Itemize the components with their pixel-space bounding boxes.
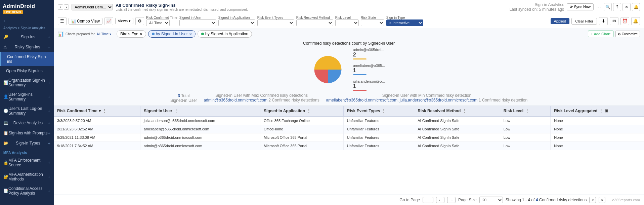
chart-toolbar-left: 📊 Charts prepared for All Time ▾	[58, 31, 111, 37]
col-menu-icon[interactable]: ⋮	[102, 108, 107, 114]
stat-max-sub: Confirmed risky detections	[272, 98, 319, 102]
chart-visualization: admin@o365droi... 2 ameliaben@o365... 1 …	[313, 48, 385, 91]
risk-state-select[interactable]	[361, 19, 384, 26]
back-button[interactable]: ‹	[0, 16, 54, 25]
search-button[interactable]: 🔍	[604, 3, 612, 11]
col-menu-icon[interactable]: ⋮	[381, 108, 386, 114]
col-risk-level[interactable]: Risk Level ⋮	[500, 106, 551, 116]
tab-by-signed-in-user[interactable]: by Signed-in User ✕	[148, 30, 196, 38]
sidebar-item-risky-sign-ins[interactable]: ⚠ Risky Sign-ins −	[0, 42, 54, 52]
sidebar-item-device-analytics[interactable]: 💻 Device Analytics +	[0, 118, 54, 128]
sidebar-item-conditional-access[interactable]: 📑 Conditional Access Policy Analysis +	[0, 184, 54, 198]
cell-1-3: Unfamiliar Features	[343, 125, 414, 133]
stat-max-user[interactable]: admin@o365droid.onmicrosoft.com	[204, 98, 267, 102]
col-menu-icon[interactable]: ⋮	[174, 108, 178, 114]
sidebar-item-confirmed-risky[interactable]: Confirmed Risky Sign-ins	[0, 52, 54, 66]
cell-3-0: 9/18/2021 7:34:52 AM	[54, 142, 140, 150]
notification-icon-button[interactable]: 🔔	[631, 17, 640, 25]
more-options-icon[interactable]: ⋯	[596, 4, 601, 10]
legend-value-3: 1	[353, 83, 385, 89]
sidebar-item-mfa-auth-methods[interactable]: 🔐 MFA Authentication Methods +	[0, 170, 54, 184]
chart-area: 📊 Charts prepared for All Time ▾ Bird's …	[54, 28, 644, 106]
sidebar-item-signin-types[interactable]: 📂 Sign-in Types +	[0, 138, 54, 148]
cell-1-2: OfficeHome	[260, 125, 344, 133]
stat-min-user[interactable]: ameliaben@o365droid.onmicrosoft.com, jul…	[326, 98, 478, 102]
first-page-button[interactable]: «	[589, 197, 596, 203]
sidebar-item-sign-ins[interactable]: 🔑 Sign-ins +	[0, 32, 54, 42]
nav-next-button[interactable]: ›	[64, 4, 69, 10]
combo-view-button[interactable]: 📊 Combo View	[69, 18, 102, 25]
customize-button[interactable]: ⚙ Customize	[615, 31, 640, 37]
signed-in-user-select[interactable]	[179, 19, 216, 26]
clear-filter-button[interactable]: Clear Filter	[571, 18, 597, 25]
sync-button[interactable]: ⟳ Sync Now	[567, 3, 594, 10]
sidebar-item-open-risky[interactable]: Open Risky Sign-ins	[0, 66, 54, 76]
help-button[interactable]: ?	[613, 3, 621, 11]
add-chart-button[interactable]: + Add Chart	[588, 31, 613, 37]
page-size-select[interactable]: 20	[479, 197, 503, 203]
cell-0-6: None	[551, 116, 644, 125]
chart-icon-button[interactable]: 📈	[104, 17, 113, 25]
filter-icon-button[interactable]: ⚙	[135, 17, 144, 25]
org-signin-icon: 📊	[3, 80, 8, 85]
table-icon-button[interactable]: ☰	[58, 17, 67, 25]
topbar-nav: ‹ ›	[58, 4, 69, 10]
mfa-enforcement-icon: 🔒	[3, 160, 8, 165]
sidebar-item-user-signins[interactable]: 👤 User Sign-ins Summary +	[0, 90, 54, 104]
chart-legend: admin@o365droi... 2 ameliaben@o365... 1 …	[353, 48, 385, 91]
conditional-access-icon: 📑	[3, 189, 8, 193]
next-page-button[interactable]: →	[447, 197, 456, 203]
sidebar-item-label: Risky Sign-ins	[14, 45, 40, 49]
demo-selector[interactable]: AdminDroid Dem...	[72, 4, 113, 10]
col-risk-confirmed-time[interactable]: Risk Confirmed Time ▾ ⋮	[54, 106, 140, 116]
sidebar-item-last-logon[interactable]: 🕐 User's Last Log-on Summary +	[0, 104, 54, 118]
applied-button[interactable]: Applied	[551, 18, 570, 24]
cell-2-6: None	[551, 133, 644, 142]
col-signed-in-application[interactable]: Signed-in Application ⋮	[260, 106, 344, 116]
close-user-tab-icon[interactable]: ✕	[189, 32, 192, 36]
last-page-button[interactable]: »	[599, 197, 605, 203]
views-button[interactable]: Views ▾	[115, 18, 133, 24]
risk-confirmed-time-select[interactable]: All Time	[146, 19, 170, 26]
col-risk-event-types[interactable]: Risk Event Types ⋮	[343, 106, 414, 116]
pie-segment-3	[314, 70, 328, 83]
cell-2-5: Low	[500, 133, 551, 142]
email-icon-button[interactable]: ✉	[610, 17, 618, 25]
close-button[interactable]: ✕	[622, 3, 631, 11]
legend-item-1: admin@o365droi... 2	[353, 48, 385, 59]
sign-in-type-select[interactable]: × Interactive	[386, 19, 423, 26]
risk-event-types-select[interactable]	[257, 19, 294, 26]
expand-icon: +	[48, 130, 50, 136]
expand-icon: +	[48, 94, 50, 99]
all-time-select[interactable]: All Time ▾	[97, 32, 111, 36]
download-icon-button[interactable]: ⬇	[599, 17, 608, 25]
grid-icon[interactable]: ⊞	[605, 109, 608, 113]
schedule-icon-button[interactable]: ⏰	[620, 17, 629, 25]
expand-icon: +	[48, 160, 50, 165]
risk-level-select[interactable]	[335, 19, 359, 26]
col-menu-icon[interactable]: ⋮	[599, 108, 603, 114]
risk-resolved-method-select[interactable]	[296, 19, 333, 26]
page-number-input[interactable]: 1	[423, 197, 433, 203]
tab-by-application[interactable]: by Signed-in Application	[198, 30, 252, 38]
sidebar-item-mfa-enforcement[interactable]: 🔒 MFA Enforcement Source +	[0, 156, 54, 170]
close-tab-icon[interactable]: ✕	[140, 32, 142, 36]
bell-button[interactable]: 🔔	[632, 3, 640, 11]
col-risk-resolved-method[interactable]: Risk Resolved Method ⋮	[414, 106, 500, 116]
col-menu-icon[interactable]: ⋮	[525, 108, 529, 114]
col-menu-icon[interactable]: ⋮	[462, 108, 467, 114]
cell-3-6: None	[551, 142, 644, 150]
signed-in-application-select[interactable]	[218, 19, 255, 26]
col-menu-icon[interactable]: ⋮	[306, 108, 311, 114]
topbar: ‹ › AdminDroid Dem... All Confirmed Risk…	[54, 0, 644, 14]
col-risk-level-aggregated[interactable]: Risk Level Aggregated ⋮ ⊞	[551, 106, 644, 116]
sidebar-item-org-signin[interactable]: 📊 Organization Sign-in Summary +	[0, 76, 54, 90]
breadcrumb: Analytics > Sign-in Analytics	[0, 25, 54, 32]
nav-prev-button[interactable]: ‹	[58, 4, 63, 10]
tab-birds-eye[interactable]: Bird's Eye ✕	[117, 30, 146, 38]
sidebar-item-signins-prompts[interactable]: 📋 Sign-ins with Prompts +	[0, 128, 54, 138]
signin-types-icon: 📂	[3, 141, 8, 146]
prev-page-button[interactable]: ←	[436, 197, 444, 203]
legend-item-3: julia.anderson@o... 1	[353, 79, 385, 91]
col-signed-in-user[interactable]: Signed-in User ⋮	[140, 106, 260, 116]
